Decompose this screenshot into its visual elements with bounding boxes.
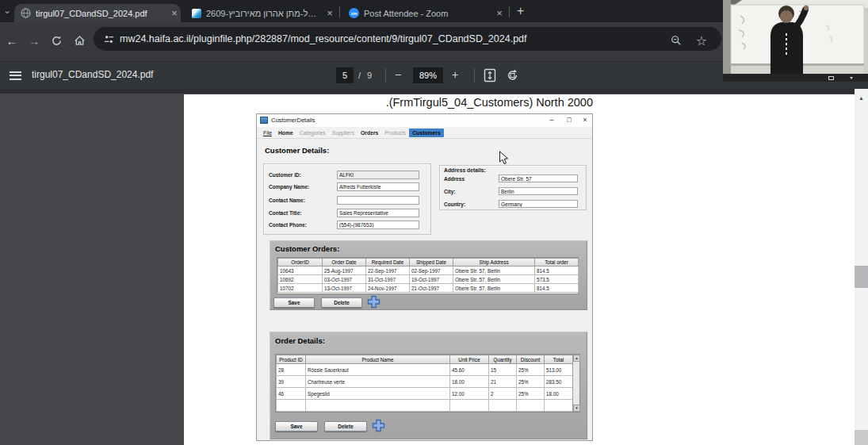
menu-customers[interactable]: Customers bbox=[409, 129, 444, 137]
forward-icon[interactable]: → bbox=[24, 30, 44, 51]
col-header[interactable]: Product ID bbox=[277, 355, 306, 364]
col-header[interactable]: Total bbox=[545, 355, 573, 364]
details-add-icon[interactable] bbox=[372, 419, 385, 432]
contact-title-field[interactable] bbox=[337, 209, 419, 217]
city-field[interactable] bbox=[499, 187, 578, 195]
details-delete-button[interactable]: Delete bbox=[324, 421, 367, 432]
app-menubar: File Home Categories Suppliers Orders Pr… bbox=[257, 127, 592, 139]
order-details-table: Product ID Product Name Unit Price Quant… bbox=[275, 354, 580, 412]
customer-id-field[interactable] bbox=[337, 171, 419, 179]
site-settings-icon[interactable] bbox=[103, 33, 115, 45]
table-row[interactable]: 28Rössle Sauerkraut45.601525%513.00 bbox=[277, 364, 573, 376]
menu-file[interactable]: File bbox=[260, 129, 275, 137]
table-row[interactable] bbox=[277, 400, 573, 412]
tab-pdf[interactable]: tirgul07_CDandSD_2024.pdf × bbox=[14, 4, 181, 22]
table-row[interactable]: 46Spegesild12.00225%18.00 bbox=[277, 388, 573, 400]
orders-add-icon[interactable] bbox=[367, 295, 380, 309]
home-icon[interactable] bbox=[69, 30, 90, 51]
zoom-favicon: zm bbox=[349, 8, 359, 18]
webcam-maximize-icon[interactable] bbox=[828, 76, 834, 80]
col-header[interactable]: Product Name bbox=[306, 355, 450, 364]
field-label: City: bbox=[444, 189, 455, 194]
back-icon[interactable]: ← bbox=[2, 30, 22, 51]
address-bar[interactable]: mw24.haifa.ac.il/pluginfile.php/282887/m… bbox=[94, 27, 721, 51]
tab-close-icon[interactable]: × bbox=[168, 7, 181, 19]
scroll-up-icon[interactable]: ▲ bbox=[573, 355, 580, 362]
fit-to-page-icon[interactable] bbox=[484, 68, 496, 86]
browser-scrollbar[interactable]: ▲ bbox=[855, 89, 868, 445]
tab-moodle-recording[interactable]: תרגול-מתן אהרון מאירוביץ-2609 × bbox=[185, 4, 336, 22]
address-details-groupbox: Address details: Address City: Country: bbox=[439, 165, 587, 210]
field-label: Contact Phone: bbox=[269, 222, 307, 228]
col-header[interactable]: OrderID bbox=[278, 259, 323, 267]
tab-title: Post Attendee - Zoom bbox=[364, 9, 488, 18]
menu-categories[interactable]: Categories bbox=[296, 129, 329, 137]
page-number-input[interactable]: 5 bbox=[336, 67, 354, 83]
field-label: Customer ID: bbox=[269, 172, 301, 178]
tab-zoom[interactable]: zm Post Attendee - Zoom × bbox=[342, 4, 506, 22]
contact-phone-field[interactable] bbox=[337, 221, 419, 229]
orders-delete-button[interactable]: Delete bbox=[321, 297, 362, 308]
col-header[interactable]: Unit Price bbox=[450, 355, 489, 364]
table-row[interactable]: 1069203-Oct-199731-Oct-199719-Oct-1997Ob… bbox=[278, 275, 579, 284]
toolbar-divider bbox=[474, 68, 475, 82]
company-name-field[interactable] bbox=[337, 182, 419, 191]
scrollbar-thumb[interactable] bbox=[855, 266, 868, 288]
window-titlebar: CustomerDetails – □ × bbox=[257, 114, 592, 127]
rotate-icon[interactable] bbox=[506, 68, 519, 85]
customer-details-title: Customer Details: bbox=[265, 146, 329, 155]
col-header[interactable]: Ship Address bbox=[453, 259, 535, 267]
country-field[interactable] bbox=[499, 200, 578, 208]
minimize-icon[interactable]: – bbox=[546, 116, 557, 124]
tab-title: tirgul07_CDandSD_2024.pdf bbox=[36, 9, 163, 18]
zoom-magnifier-icon[interactable] bbox=[666, 30, 686, 51]
col-header[interactable]: Quantity bbox=[489, 355, 517, 364]
refresh-icon[interactable] bbox=[46, 30, 67, 51]
bookmark-star-icon[interactable]: ☆ bbox=[691, 30, 712, 51]
field-label: Country: bbox=[444, 201, 465, 207]
maximize-icon[interactable]: □ bbox=[564, 116, 575, 124]
order-details-title: Order Details: bbox=[275, 336, 325, 345]
scrollbar-up-icon[interactable]: ▲ bbox=[855, 95, 868, 101]
table-row[interactable]: 1064325-Aug-199722-Sep-199702-Sep-1997Ob… bbox=[278, 267, 579, 275]
col-header[interactable]: Required Date bbox=[366, 259, 410, 267]
table-scrollbar[interactable]: ▲ ▼ bbox=[572, 355, 579, 412]
col-header[interactable]: Shipped Date bbox=[410, 259, 453, 267]
customer-details-groupbox: Customer ID: Company Name: Contact Name:… bbox=[263, 163, 431, 235]
customer-orders-table: OrderID Order Date Required Date Shipped… bbox=[277, 257, 579, 294]
col-header[interactable]: Order Date bbox=[323, 259, 366, 267]
toolbar-divider bbox=[385, 68, 386, 82]
close-icon[interactable]: × bbox=[579, 116, 591, 124]
details-save-button[interactable]: Save bbox=[275, 421, 318, 432]
globe-icon bbox=[21, 8, 31, 18]
table-row[interactable]: 39Chartreuse verte18.002125%283.50 bbox=[277, 376, 573, 388]
field-label: Address bbox=[444, 176, 465, 182]
instructor-webcam-video[interactable] bbox=[723, 0, 868, 82]
pdf-filename: tirgul07_CDandSD_2024.pdf bbox=[32, 69, 153, 80]
contact-name-field[interactable] bbox=[337, 196, 419, 205]
address-field[interactable] bbox=[499, 175, 578, 182]
tab-close-icon[interactable]: × bbox=[323, 7, 336, 19]
customer-details-window: CustomerDetails – □ × File Home Categori… bbox=[256, 113, 593, 441]
orders-save-button[interactable]: Save bbox=[273, 297, 315, 308]
col-header[interactable]: Discount bbox=[517, 355, 545, 364]
scroll-down-icon[interactable]: ▼ bbox=[573, 405, 580, 412]
zoom-in-icon[interactable]: + bbox=[452, 68, 458, 81]
tab-title: תרגול-מתן אהרון מאירוביץ-2609 bbox=[206, 9, 319, 18]
zoom-level-input[interactable]: 89% bbox=[413, 67, 443, 83]
menu-home[interactable]: Home bbox=[275, 129, 296, 137]
webcam-dropdown-icon[interactable] bbox=[850, 77, 853, 79]
webcam-scene bbox=[723, 0, 868, 82]
menu-orders[interactable]: Orders bbox=[358, 129, 381, 137]
table-row[interactable]: 1070213-Oct-199724-Nov-199721-Oct-1997Ob… bbox=[278, 284, 579, 293]
tab-list-chevron-icon[interactable]: ⌄ bbox=[3, 5, 11, 16]
url-text[interactable]: mw24.haifa.ac.il/pluginfile.php/282887/m… bbox=[120, 33, 527, 44]
pdf-menu-icon[interactable] bbox=[10, 69, 21, 82]
menu-suppliers[interactable]: Suppliers bbox=[329, 129, 358, 137]
col-header[interactable]: Total order bbox=[535, 259, 579, 267]
tab-close-icon[interactable]: × bbox=[493, 7, 506, 19]
new-tab-button[interactable]: + bbox=[517, 5, 524, 17]
menu-products[interactable]: Products bbox=[381, 129, 409, 137]
zoom-out-icon[interactable]: − bbox=[395, 68, 401, 81]
field-label: Contact Name: bbox=[269, 198, 305, 203]
